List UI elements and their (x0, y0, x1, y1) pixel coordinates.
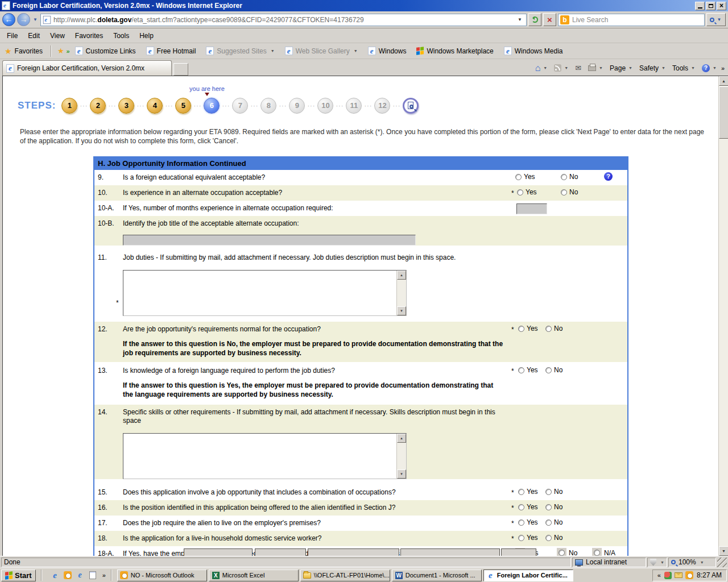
job-title-input[interactable] (123, 235, 416, 246)
minimize-button[interactable] (695, 2, 705, 10)
taskbar-button[interactable]: XMicrosoft Excel (209, 569, 299, 581)
refresh-button[interactable] (528, 13, 541, 26)
radio-yes[interactable]: Yes (518, 534, 538, 542)
clock-icon[interactable] (63, 571, 72, 580)
outlook-express-icon[interactable]: e (76, 571, 85, 580)
search-input[interactable]: b Live Search (558, 14, 705, 26)
radio-yes[interactable]: Yes (515, 173, 535, 181)
address-field[interactable]: e http://www.plc.doleta.gov/eta_start.cf… (40, 14, 527, 26)
safety-menu[interactable]: Safety▼ (637, 63, 668, 73)
document-icon[interactable] (88, 571, 97, 580)
step-11[interactable]: 11 (346, 98, 362, 114)
step-5[interactable]: 5 (175, 98, 191, 114)
page-menu[interactable]: Page▼ (607, 63, 635, 73)
radio-no[interactable]: No (545, 325, 562, 332)
radio-yes[interactable]: Yes (518, 503, 538, 511)
bottom-button[interactable] (308, 548, 399, 556)
start-button[interactable]: Start (1, 569, 36, 581)
print-button[interactable]: ▼ (586, 64, 605, 72)
favorites-link[interactable]: eSuggested Sites▼ (201, 45, 279, 57)
favorites-link[interactable]: eWeb Slice Gallery▼ (280, 45, 363, 57)
new-tab-button[interactable] (173, 63, 188, 76)
step-9[interactable]: 9 (289, 98, 305, 114)
feeds-button[interactable]: ▼ (552, 63, 570, 73)
taskbar-button[interactable]: eForeign Labor Certific... (483, 569, 573, 581)
menu-item-favorites[interactable]: Favorites (71, 30, 109, 42)
scrollbar-thumb[interactable] (719, 86, 728, 139)
menu-item-help[interactable]: Help (135, 30, 159, 42)
step-6[interactable]: 6 (204, 98, 220, 114)
radio-yes[interactable]: Yes (518, 366, 538, 374)
search-button[interactable]: ▼ (706, 13, 726, 26)
favorites-link[interactable]: Windows Marketplace (411, 45, 498, 57)
vertical-scrollbar[interactable]: ▲ ▼ (718, 76, 728, 556)
radio-no[interactable]: No (545, 503, 562, 511)
zoom-control[interactable]: 100% ▼ (668, 558, 716, 567)
close-button[interactable]: × (717, 2, 726, 10)
stop-button[interactable]: × (543, 13, 556, 26)
radio-no[interactable]: No (561, 173, 578, 181)
quick-launch-overflow-icon[interactable]: » (102, 572, 106, 579)
resize-grip[interactable] (717, 558, 727, 567)
restore-button[interactable] (706, 2, 715, 10)
radio-no[interactable]: No (561, 188, 578, 196)
radio-no[interactable]: No (557, 548, 577, 556)
step-4[interactable]: 4 (147, 98, 163, 114)
scroll-down-icon[interactable]: ▼ (397, 306, 406, 315)
step-3[interactable]: 3 (118, 98, 134, 114)
read-mail-button[interactable]: ✉ (573, 63, 584, 73)
home-button[interactable]: ⌂▼ (533, 63, 550, 73)
scroll-down-icon[interactable]: ▼ (397, 469, 406, 479)
scroll-up-icon[interactable]: ▲ (397, 271, 406, 280)
bottom-button[interactable] (184, 548, 253, 556)
internet-explorer-icon[interactable]: e (51, 571, 60, 580)
step-preview-button[interactable] (403, 98, 419, 114)
bottom-button[interactable] (501, 548, 536, 556)
radio-no[interactable]: No (545, 488, 562, 496)
recent-pages-icon[interactable]: ▼ (33, 17, 38, 22)
favorites-link[interactable]: eFree Hotmail (141, 45, 201, 57)
radio-yes[interactable]: Yes (517, 188, 537, 196)
textarea-scrollbar[interactable]: ▲▼ (396, 271, 406, 315)
step-1[interactable]: 1 (61, 98, 77, 114)
radio-yes[interactable]: Yes (518, 518, 538, 526)
mail-tray-icon[interactable] (675, 571, 683, 580)
tray-collapse-icon[interactable]: « (657, 572, 661, 579)
months-input[interactable] (516, 203, 547, 214)
scroll-up-icon[interactable]: ▲ (719, 76, 728, 86)
favorites-link[interactable]: eWindows (363, 45, 412, 57)
favorites-link[interactable]: eWindows Media (499, 45, 568, 57)
bottom-button[interactable] (400, 548, 500, 556)
back-button[interactable]: ← (2, 13, 15, 26)
favorites-button[interactable]: ★ Favorites (3, 45, 47, 57)
radio-no[interactable]: No (545, 366, 562, 374)
scroll-down-icon[interactable]: ▼ (719, 546, 728, 556)
radio-yes[interactable]: Yes (518, 488, 538, 496)
tab-foreign-labor-certification[interactable]: e Foreign Labor Certification, Version 2… (2, 60, 172, 76)
step-8[interactable]: 8 (260, 98, 276, 114)
taskbar-button[interactable]: \\OFLC-ATL-FP01\Home\... (300, 569, 390, 581)
menu-item-tools[interactable]: Tools (109, 30, 135, 42)
taskbar-button[interactable]: WDocument1 - Microsoft ... (392, 569, 482, 581)
overflow-chevron-icon[interactable]: » (721, 65, 725, 72)
description-textarea[interactable]: ▲▼ (123, 270, 407, 316)
menu-item-view[interactable]: View (46, 30, 71, 42)
clock-tray-icon[interactable] (685, 571, 694, 580)
menu-item-edit[interactable]: Edit (23, 30, 46, 42)
step-12[interactable]: 12 (374, 98, 390, 114)
forward-button[interactable]: ← (17, 13, 30, 26)
description-textarea[interactable]: ▲▼ (123, 433, 407, 479)
step-2[interactable]: 2 (90, 98, 106, 114)
help-button[interactable]: ? (604, 172, 613, 181)
protected-mode-button[interactable]: ▼ (647, 558, 667, 567)
radio-no[interactable]: No (545, 518, 562, 526)
radio-na[interactable]: N/A (592, 548, 615, 556)
step-7[interactable]: 7 (232, 98, 248, 114)
step-10[interactable]: 10 (317, 98, 333, 114)
menu-item-file[interactable]: File (2, 30, 23, 42)
radio-yes[interactable]: Yes (518, 325, 538, 332)
favorites-link[interactable]: eCustomize Links (70, 45, 141, 57)
textarea-scrollbar[interactable]: ▲▼ (396, 434, 406, 479)
address-dropdown-icon[interactable]: ▼ (515, 17, 524, 22)
radio-no[interactable]: No (545, 534, 562, 542)
